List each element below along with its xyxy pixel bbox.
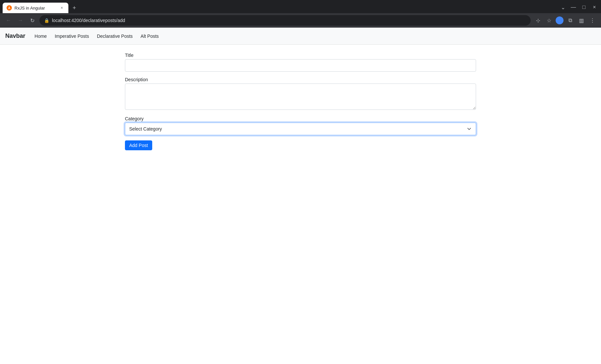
address-box[interactable]: 🔒 localhost:4200/declarativeposts/add bbox=[39, 15, 531, 26]
tab-favicon: A bbox=[7, 5, 12, 11]
title-group: Title bbox=[125, 53, 476, 72]
nav-link-declarative-posts[interactable]: Declarative Posts bbox=[93, 29, 137, 43]
tab-bar: A RxJS in Angular × + ⌄ — □ × bbox=[0, 0, 601, 13]
tab-title: RxJS in Angular bbox=[14, 6, 57, 11]
browser-chrome: A RxJS in Angular × + ⌄ — □ × ← → ↻ 🔒 lo… bbox=[0, 0, 601, 28]
reload-button[interactable]: ↻ bbox=[28, 16, 37, 25]
toolbar-right: ⊹ ☆ ⧉ ▥ ⋮ bbox=[533, 16, 597, 25]
description-group: Description bbox=[125, 77, 476, 111]
title-input[interactable] bbox=[125, 59, 476, 72]
add-post-form: Title Description Category Select Catego… bbox=[125, 53, 476, 150]
category-label: Category bbox=[125, 116, 476, 121]
forward-button[interactable]: → bbox=[16, 16, 25, 25]
nav-link-alt-posts[interactable]: Alt Posts bbox=[137, 29, 163, 43]
new-tab-button[interactable]: + bbox=[70, 3, 79, 12]
category-select[interactable]: Select Category Technology Science Arts bbox=[125, 123, 476, 135]
navbar: Navbar Home Imperative Posts Declarative… bbox=[0, 28, 601, 45]
add-post-button[interactable]: Add Post bbox=[125, 140, 152, 150]
active-tab[interactable]: A RxJS in Angular × bbox=[3, 3, 68, 13]
tab-close-button[interactable]: × bbox=[59, 5, 64, 11]
window-close-button[interactable]: × bbox=[590, 3, 598, 11]
url-display: localhost:4200/declarativeposts/add bbox=[52, 18, 526, 23]
address-bar-row: ← → ↻ 🔒 localhost:4200/declarativeposts/… bbox=[0, 13, 601, 28]
main-content: Title Description Category Select Catego… bbox=[120, 45, 481, 158]
window-minimize-button[interactable]: — bbox=[569, 3, 577, 11]
back-button[interactable]: ← bbox=[4, 16, 13, 25]
category-group: Category Select Category Technology Scie… bbox=[125, 116, 476, 135]
window-controls: ⌄ — □ × bbox=[559, 3, 598, 12]
nav-link-imperative-posts[interactable]: Imperative Posts bbox=[51, 29, 93, 43]
window-maximize-button[interactable]: □ bbox=[580, 3, 588, 11]
profile-avatar[interactable] bbox=[556, 16, 564, 24]
navbar-brand[interactable]: Navbar bbox=[5, 33, 25, 39]
description-input[interactable] bbox=[125, 84, 476, 110]
bookmark-icon[interactable]: ☆ bbox=[544, 16, 554, 25]
lock-icon: 🔒 bbox=[44, 18, 49, 23]
extensions-icon[interactable]: ⧉ bbox=[565, 16, 575, 25]
title-label: Title bbox=[125, 53, 476, 58]
nav-link-home[interactable]: Home bbox=[31, 29, 51, 43]
cast-icon[interactable]: ⊹ bbox=[533, 16, 542, 25]
menu-icon[interactable]: ⋮ bbox=[588, 16, 597, 25]
sidebar-icon[interactable]: ▥ bbox=[577, 16, 586, 25]
window-dropdown-button[interactable]: ⌄ bbox=[559, 3, 567, 11]
description-label: Description bbox=[125, 77, 476, 82]
